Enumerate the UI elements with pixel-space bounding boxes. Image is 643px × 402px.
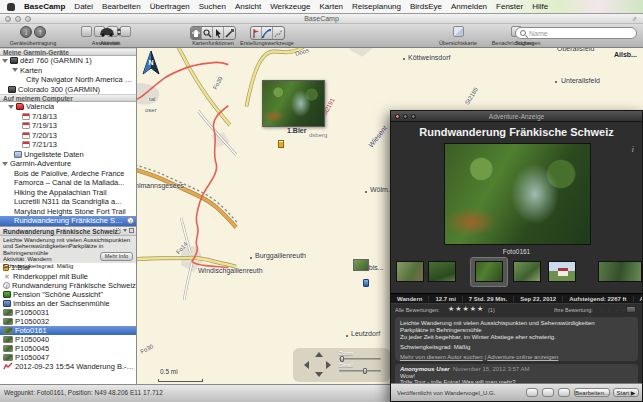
sidebar-item-adventure[interactable]: Lucretili N311 da Scandriglia a... (0, 197, 136, 207)
menu-suchen[interactable]: Suchen (199, 2, 226, 11)
list-item-pension[interactable]: Pension "Schöne Aussicht" (0, 290, 136, 299)
menu-reiseplanung[interactable]: Reiseplanung (352, 2, 401, 11)
sidebar-item-date[interactable]: 7/20/13 (0, 131, 136, 141)
list-item-imbiss[interactable]: Imbiss an der Sachsenmühle (0, 299, 136, 308)
adventure-online-link[interactable]: Adventure online anzeigen (487, 354, 558, 360)
disclosure-triangle-icon[interactable] (8, 105, 14, 109)
thumbnail-4[interactable] (513, 261, 541, 282)
adventure-title-bar[interactable]: Adventure-Anzeige (391, 111, 642, 122)
disclosure-triangle-icon[interactable] (12, 68, 18, 72)
start-button[interactable]: Start ▶ (613, 388, 639, 397)
zoom-tool[interactable] (202, 27, 213, 39)
sidebar-item-adventure[interactable]: Bois de Paiolive, Ardeche France (0, 169, 136, 179)
pan-down-icon[interactable] (315, 372, 323, 377)
info-icon[interactable]: i (127, 217, 134, 224)
author-search-link[interactable]: Mehr von diesem Autor suchen (400, 354, 483, 360)
sidebar-item-adventure[interactable]: Maryland Heights Stone Fort Trail (0, 207, 136, 217)
sidebar-item-ungelistete[interactable]: Ungelistete Daten (0, 150, 136, 160)
edit-button[interactable]: Bearbeiten... (574, 388, 610, 397)
send-to-device-button[interactable]: ↑ (34, 26, 46, 38)
measure-tool[interactable] (224, 27, 235, 39)
comment-icon-button[interactable] (542, 388, 554, 397)
thumbnail-2[interactable] (428, 261, 456, 282)
sidebar-item-garmin-adventure[interactable]: Garmin-Adventure (0, 159, 136, 169)
zoom-slider[interactable] (339, 358, 381, 360)
sidebar-item-adventure[interactable]: Famorca – Canal de la Mallada... (0, 178, 136, 188)
select-tool[interactable] (213, 27, 224, 39)
pan-up-icon[interactable] (315, 352, 323, 357)
disclosure-triangle-icon[interactable] (2, 162, 8, 166)
menu-datei[interactable]: Datei (74, 2, 93, 11)
apple-menu-icon[interactable] (7, 3, 15, 11)
menu-basecamp[interactable]: BaseCamp (24, 2, 65, 11)
pan-pad[interactable] (303, 351, 333, 379)
pan-left-icon[interactable] (304, 361, 309, 369)
profile-graph-icon-button[interactable] (558, 388, 570, 397)
pan-right-icon[interactable] (326, 361, 331, 369)
sidebar-item-colorado300[interactable]: Colorado 300 (GARMIN) (0, 85, 136, 95)
share-icon[interactable] (626, 306, 636, 313)
map-waypoint-icon[interactable] (363, 279, 369, 287)
pan-hand-tool[interactable] (191, 27, 202, 39)
sidebar-item-dezl760[interactable]: dēzl 760 (GARMIN 1) (0, 56, 136, 66)
detail-slider-thumb[interactable] (363, 368, 367, 374)
menu-uebertragen[interactable]: Übertragen (150, 2, 190, 11)
thumbnail-6[interactable] (598, 261, 642, 282)
search-input[interactable]: Name (515, 27, 637, 39)
car-icon[interactable] (99, 26, 115, 38)
info-icon[interactable]: i (631, 144, 634, 154)
gear-icon[interactable] (115, 228, 121, 234)
fullscreen-icon[interactable]: ⇗ (632, 16, 639, 22)
list-item-photo[interactable]: P1050045 (0, 344, 136, 353)
stat-ascent: Aufsteigend: 2267 ft (563, 296, 633, 302)
sidebar-item-date[interactable]: 7/21/13 (0, 140, 136, 150)
thumbnail-1[interactable] (396, 261, 424, 282)
list-item-rinderkoppel[interactable]: ✕Rinderkoppel mit Bulle (0, 272, 136, 281)
sidebar-item-adventure[interactable]: Hiking the Appalachian Trail (0, 188, 136, 198)
track-tool[interactable] (273, 27, 284, 39)
map-photo-popup[interactable] (262, 80, 325, 127)
list-item-photo[interactable]: P1050031 (0, 308, 136, 317)
sidebar-item-city-navigator[interactable]: City Navigator North America N... (0, 75, 136, 85)
description-line: Zu jeder Zeit begehbar, im Winter Abstie… (400, 334, 633, 341)
rating-stars[interactable]: ★★★★★ (448, 305, 484, 313)
list-item-photo-selected[interactable]: Foto0161 (0, 326, 136, 335)
thumbnail-3-selected[interactable] (475, 261, 503, 282)
activity-dropdown-icon[interactable] (116, 26, 122, 38)
thumbnail-5[interactable] (548, 261, 576, 282)
menu-bearbeiten[interactable]: Bearbeiten (102, 2, 141, 11)
list-item-photo[interactable]: P1050040 (0, 335, 136, 344)
sidebar-item-valencia[interactable]: Valencia (0, 102, 136, 112)
waypoint-flag-tool[interactable] (251, 27, 262, 39)
adventure-photo[interactable] (444, 143, 591, 245)
more-info-button[interactable]: Mehr Info (100, 252, 133, 261)
menu-werkzeuge[interactable]: Werkzeuge (270, 2, 310, 11)
menu-birdseye[interactable]: BirdsEye (410, 2, 442, 11)
detail-slider[interactable] (339, 370, 381, 372)
chevron-down-icon[interactable] (123, 229, 127, 232)
map-photo-waypoint-icon[interactable] (353, 259, 369, 271)
sidebar-item-date[interactable]: 7/18/13 (0, 112, 136, 122)
route-tool[interactable] (262, 27, 273, 39)
receive-from-device-button[interactable]: ↓ (20, 26, 32, 38)
map-label-dsberg: dsberg (309, 132, 327, 138)
menu-hilfe[interactable]: Hilfe (532, 2, 548, 11)
menu-karten[interactable]: Karten (319, 2, 343, 11)
menu-ansicht[interactable]: Ansicht (235, 2, 261, 11)
list-item-photo[interactable]: P1050032 (0, 317, 136, 326)
photo-view-icon-button[interactable] (526, 388, 538, 397)
menu-anmelden[interactable]: Anmelden (451, 2, 487, 11)
sidebar-item-date[interactable]: 7/19/13 (0, 121, 136, 131)
panel-toggle-icon[interactable] (129, 228, 134, 233)
sidebar-item-karten[interactable]: Karten (0, 66, 136, 76)
sidebar-item-adventure-selected[interactable]: Rundwanderung Fränkische Sch...i (0, 216, 136, 226)
list-item-track[interactable]: 2012-09-23 15:54 Wanderung B.-Mü... (0, 362, 136, 371)
zoom-slider-thumb[interactable] (340, 356, 344, 362)
map-beer-waypoint-icon[interactable] (278, 140, 284, 148)
adventure-window[interactable]: Adventure-Anzeige Rundwanderung Fränkisc… (390, 110, 643, 402)
menu-fenster[interactable]: Fenster (496, 2, 523, 11)
list-item-rundwanderung[interactable]: iRundwanderung Fränkische Schweiz (0, 281, 136, 290)
disclosure-triangle-icon[interactable] (2, 59, 8, 63)
overview-map-icon[interactable] (453, 26, 464, 37)
list-item-photo[interactable]: P1050047 (0, 353, 136, 362)
